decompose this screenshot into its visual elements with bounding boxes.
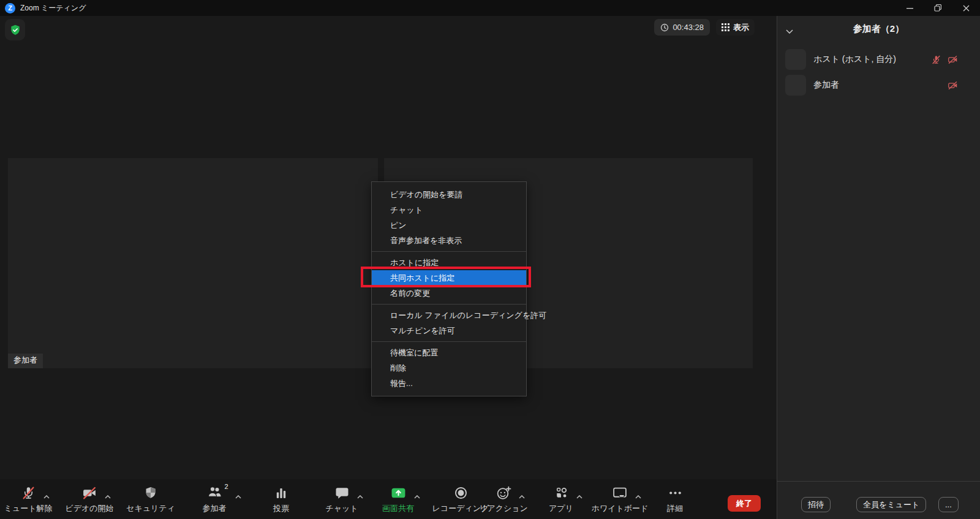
start-video-label: ビデオの開始 bbox=[65, 503, 113, 514]
menu-item-report[interactable]: 報告... bbox=[372, 376, 526, 391]
avatar bbox=[785, 49, 806, 70]
participant-status-icons bbox=[931, 55, 959, 65]
whiteboard-icon bbox=[612, 485, 628, 501]
unmute-button[interactable]: ミュート解除 bbox=[0, 483, 58, 514]
security-button[interactable]: セキュリティ bbox=[121, 483, 180, 514]
timer-value: 00:43:28 bbox=[673, 23, 704, 32]
participant-name: ホスト (ホスト, 自分) bbox=[813, 54, 931, 65]
reactions-label: リアクション bbox=[479, 503, 528, 514]
participants-count-badge: 2 bbox=[224, 483, 228, 490]
reactions-button[interactable]: リアクション bbox=[474, 483, 533, 514]
restore-button[interactable] bbox=[924, 0, 952, 16]
mic-options-chevron[interactable] bbox=[43, 490, 50, 501]
video-off-status-icon bbox=[947, 55, 959, 65]
menu-divider bbox=[372, 251, 526, 252]
security-shield-icon bbox=[9, 24, 21, 36]
zoom-logo-icon: Z bbox=[5, 3, 15, 13]
participant-row-host[interactable]: ホスト (ホスト, 自分) bbox=[777, 47, 980, 72]
meeting-info-shield-button[interactable] bbox=[5, 19, 25, 40]
title-bar: Z Zoom ミーティング bbox=[0, 0, 980, 16]
menu-item-rename[interactable]: 名前の変更 bbox=[372, 286, 526, 301]
video-off-status-icon bbox=[947, 80, 959, 91]
video-tile-name-label: 参加者 bbox=[8, 354, 43, 368]
polls-label: 投票 bbox=[273, 503, 289, 514]
menu-item-ask-start-video[interactable]: ビデオの開始を要請 bbox=[372, 187, 526, 202]
clock-icon bbox=[660, 23, 669, 32]
menu-item-allow-local-recording[interactable]: ローカル ファイルのレコーディングを許可 bbox=[372, 308, 526, 323]
share-screen-icon bbox=[390, 485, 407, 501]
participant-context-menu: ビデオの開始を要請 チャット ピン 音声参加者を非表示 ホストに指定 共同ホスト… bbox=[371, 181, 527, 396]
window-title: Zoom ミーティング bbox=[20, 3, 86, 13]
avatar bbox=[785, 75, 806, 96]
mute-all-button[interactable]: 全員をミュート bbox=[856, 497, 926, 512]
menu-item-pin[interactable]: ピン bbox=[372, 218, 526, 233]
menu-divider bbox=[372, 341, 526, 342]
reactions-options-chevron[interactable] bbox=[519, 490, 525, 501]
menu-item-make-host[interactable]: ホストに指定 bbox=[372, 255, 526, 270]
apps-options-chevron[interactable] bbox=[576, 490, 582, 501]
chat-options-chevron[interactable] bbox=[357, 490, 363, 501]
menu-divider bbox=[372, 304, 526, 305]
meeting-timer: 00:43:28 bbox=[654, 19, 710, 36]
menu-item-put-in-waiting-room[interactable]: 待機室に配置 bbox=[372, 345, 526, 360]
menu-item-remove[interactable]: 削除 bbox=[372, 360, 526, 376]
view-label: 表示 bbox=[733, 22, 749, 33]
video-tile-participant: 参加者 bbox=[8, 158, 378, 368]
close-button[interactable] bbox=[952, 0, 980, 16]
chat-button[interactable]: チャット bbox=[312, 483, 371, 514]
video-options-chevron[interactable] bbox=[105, 490, 111, 501]
grid-view-icon bbox=[722, 23, 729, 31]
panel-collapse-chevron-icon[interactable] bbox=[786, 25, 793, 36]
participants-panel-footer: 招待 全員をミュート ... bbox=[777, 481, 980, 519]
more-dots-icon bbox=[668, 485, 683, 501]
security-icon bbox=[143, 485, 158, 501]
participants-icon bbox=[206, 484, 223, 499]
apps-button[interactable]: アプリ bbox=[532, 483, 590, 514]
record-icon bbox=[453, 485, 469, 501]
participants-panel-header: 参加者（2） bbox=[777, 16, 980, 42]
meeting-toolbar: ミュート解除 ビデオの開始 bbox=[0, 479, 777, 519]
window-controls bbox=[895, 0, 980, 16]
more-label: 詳細 bbox=[667, 503, 683, 514]
participants-panel-title: 参加者（2） bbox=[853, 23, 904, 35]
participant-name: 参加者 bbox=[813, 80, 947, 91]
zoom-meeting-window: Z Zoom ミーティング bbox=[0, 0, 980, 519]
view-button[interactable]: 表示 bbox=[716, 19, 755, 36]
apps-label: アプリ bbox=[549, 503, 573, 514]
share-options-chevron[interactable] bbox=[414, 490, 420, 501]
mic-muted-status-icon bbox=[931, 55, 941, 65]
menu-item-hide-audio-participants[interactable]: 音声参加者を非表示 bbox=[372, 233, 526, 248]
menu-item-chat[interactable]: チャット bbox=[372, 202, 526, 218]
chat-label: チャット bbox=[325, 503, 358, 514]
panel-more-button[interactable]: ... bbox=[938, 497, 959, 512]
chat-icon bbox=[334, 485, 350, 501]
menu-item-make-cohost[interactable]: 共同ホストに指定 bbox=[372, 270, 526, 286]
polls-button[interactable]: 投票 bbox=[252, 483, 311, 514]
participants-label: 参加者 bbox=[203, 503, 227, 514]
security-label: セキュリティ bbox=[126, 503, 175, 514]
more-button[interactable]: 詳細 bbox=[646, 483, 704, 514]
share-screen-button[interactable]: 画面共有 bbox=[369, 483, 428, 514]
apps-icon bbox=[554, 485, 569, 501]
whiteboard-button[interactable]: ホワイトボード bbox=[590, 483, 649, 514]
whiteboard-options-chevron[interactable] bbox=[635, 490, 641, 501]
poll-icon bbox=[274, 485, 288, 501]
mic-muted-icon bbox=[21, 485, 36, 501]
participants-options-chevron[interactable] bbox=[235, 490, 241, 501]
invite-button[interactable]: 招待 bbox=[801, 497, 831, 512]
minimize-button[interactable] bbox=[895, 0, 924, 16]
participant-row-guest[interactable]: 参加者 bbox=[777, 72, 980, 98]
participants-button[interactable]: 2 参加者 bbox=[185, 483, 244, 514]
reactions-icon bbox=[496, 485, 511, 501]
participant-status-icons bbox=[947, 80, 959, 91]
participants-panel: 参加者（2） ホスト (ホスト, 自分) 参加者 bbox=[777, 16, 980, 519]
share-screen-label: 画面共有 bbox=[382, 503, 414, 514]
unmute-label: ミュート解除 bbox=[4, 503, 53, 514]
menu-item-allow-multipin[interactable]: マルチピンを許可 bbox=[372, 323, 526, 338]
whiteboard-label: ホワイトボード bbox=[592, 503, 649, 514]
video-off-icon bbox=[81, 485, 97, 501]
start-video-button[interactable]: ビデオの開始 bbox=[60, 483, 119, 514]
end-meeting-button[interactable]: 終了 bbox=[728, 495, 761, 512]
top-right-controls: 00:43:28 表示 bbox=[654, 19, 755, 36]
